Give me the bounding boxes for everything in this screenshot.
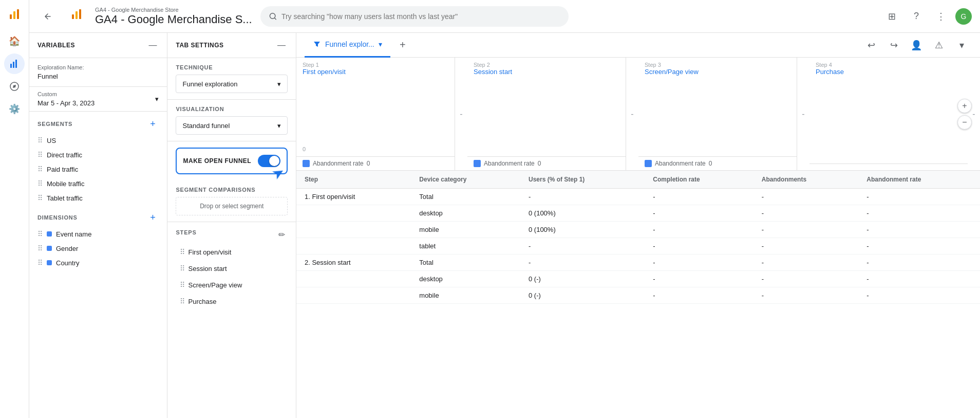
steps-header: STEPS ✏	[176, 228, 288, 241]
search-bar[interactable]	[260, 6, 569, 27]
admin-icon[interactable]: ⚙️	[4, 99, 25, 119]
abandonment-label: Abandonment rate	[655, 160, 706, 167]
explore-icon[interactable]	[4, 76, 25, 97]
visualization-dropdown[interactable]: Standard funnel ▾	[176, 116, 288, 135]
table-row: tablet - - - -	[296, 238, 980, 255]
abandonment-rate-cell: -	[858, 255, 980, 271]
search-icon	[269, 12, 277, 21]
step-item[interactable]: ⠿ Session start	[176, 261, 288, 276]
abandonments-cell: -	[753, 222, 859, 238]
add-segment-button[interactable]: +	[146, 118, 159, 130]
search-input[interactable]	[281, 12, 560, 21]
list-item[interactable]: ⠿ US	[29, 133, 167, 148]
list-item[interactable]: ⠿ Event name	[29, 227, 167, 241]
table-header-row: Step Device category Users (% of Step 1)…	[296, 171, 980, 189]
abandonments-cell: -	[753, 238, 859, 255]
abandonments-cell: -	[753, 255, 859, 271]
step-value: 0	[296, 144, 455, 156]
device-cell: tablet	[411, 238, 520, 255]
step-item[interactable]: ⠿ Screen/Page view	[176, 278, 288, 292]
users-cell: 0 (100%)	[520, 222, 645, 238]
steps-edit-button[interactable]: ✏	[275, 228, 288, 241]
steps-label: STEPS	[176, 229, 196, 235]
step-num-label: Step 4	[816, 62, 962, 68]
step-cell	[296, 287, 411, 304]
add-tab-button[interactable]: +	[394, 37, 411, 53]
help-icon[interactable]: ?	[906, 6, 927, 27]
device-cell: mobile	[411, 287, 520, 304]
list-item[interactable]: ⠿ Mobile traffic	[29, 176, 167, 191]
col-abandonments: Abandonments	[753, 171, 859, 189]
segment-comparisons-section: SEGMENT COMPARISONS Drop or select segme…	[167, 180, 296, 222]
customize-icon[interactable]: ⊞	[881, 6, 902, 27]
step-num-label: Step 1	[303, 62, 448, 68]
device-cell: Total	[419, 193, 433, 201]
date-range-selector[interactable]: Custom Mar 5 - Apr 3, 2023 ▾	[29, 87, 167, 112]
tab-bar: Funnel explor... ▾ + ↩ ↪ 👤 ⚠ ▾	[296, 33, 980, 58]
back-button[interactable]	[37, 6, 58, 27]
drag-handle-icon: ⠿	[180, 264, 185, 272]
fab-container: + −	[957, 99, 972, 130]
abandonment-row	[809, 163, 968, 170]
step-name-label: First open/visit	[303, 68, 448, 76]
step-cell	[296, 222, 411, 238]
abandonment-badge	[303, 160, 310, 167]
abandonment-label: Abandonment rate	[313, 160, 364, 167]
users-cell: 0 (100%)	[520, 205, 645, 222]
svg-rect-5	[15, 60, 17, 68]
technique-dropdown[interactable]: Funnel exploration ▾	[176, 75, 288, 93]
list-item[interactable]: ⠿ Country	[29, 256, 167, 270]
list-item[interactable]: ⠿ Paid traffic	[29, 162, 167, 176]
funnel-step-1-header: Step 1 First open/visit	[296, 58, 455, 80]
svg-rect-1	[13, 11, 15, 19]
avatar[interactable]: G	[955, 8, 972, 25]
undo-button[interactable]: ↩	[861, 35, 881, 56]
add-dimension-button[interactable]: +	[146, 211, 159, 224]
share-button[interactable]: 👤	[906, 35, 927, 56]
table-row: mobile 0 (-) - - -	[296, 287, 980, 304]
more-vert-icon[interactable]: ⋮	[931, 6, 951, 27]
abandonment-value: 0	[367, 160, 370, 167]
col-device: Device category	[411, 171, 520, 189]
segment-drop-zone[interactable]: Drop or select segment	[176, 197, 288, 215]
completion-cell: -	[645, 255, 753, 271]
drag-handle-icon: ⠿	[180, 297, 185, 305]
zoom-out-button[interactable]: −	[957, 115, 972, 130]
make-open-funnel-toggle[interactable]	[258, 155, 280, 167]
abandonment-rate-cell: -	[858, 271, 980, 287]
step-item[interactable]: ⠿ First open/visit	[176, 245, 288, 259]
tab-settings-minimize-button[interactable]: —	[275, 39, 288, 51]
home-icon[interactable]: 🏠	[4, 31, 25, 51]
warning-button[interactable]: ⚠	[929, 35, 949, 56]
svg-rect-2	[17, 9, 19, 19]
tab-settings-column: Tab Settings — TECHNIQUE Funnel explorat…	[167, 33, 296, 418]
redo-button[interactable]: ↪	[883, 35, 904, 56]
date-value: Mar 5 - Apr 3, 2023	[37, 99, 95, 107]
list-item[interactable]: ⠿ Tablet traffic	[29, 191, 167, 205]
segments-list: ⠿ US ⠿ Direct traffic ⠿ Paid traffic ⠿ M…	[29, 133, 167, 205]
segment-label: Direct traffic	[47, 151, 82, 159]
segment-label: US	[47, 137, 56, 144]
date-label: Custom	[37, 91, 95, 97]
abandonment-value: 0	[709, 160, 712, 167]
chevron-down-icon[interactable]: ▾	[379, 40, 382, 48]
users-cell: -	[520, 189, 645, 205]
dimension-label: Event name	[56, 230, 91, 238]
drag-handle-icon: ⠿	[37, 165, 43, 173]
make-open-funnel-section: MAKE OPEN FUNNEL	[176, 148, 288, 174]
chart-icon[interactable]	[4, 53, 25, 74]
dimension-label: Country	[56, 259, 80, 267]
svg-marker-7	[13, 85, 16, 88]
list-item[interactable]: ⠿ Gender	[29, 241, 167, 256]
funnel-bar-area	[467, 80, 626, 156]
zoom-in-button[interactable]: +	[957, 99, 972, 113]
more-options-button[interactable]: ▾	[951, 35, 972, 56]
table-row: 2. Session start Total - - - -	[296, 255, 980, 271]
variables-minimize-button[interactable]: —	[146, 39, 159, 51]
tab-funnel-exploration[interactable]: Funnel explor... ▾	[305, 33, 390, 58]
step-num-label: Step 3	[645, 62, 790, 68]
step-item[interactable]: ⠿ Purchase	[176, 294, 288, 308]
list-item[interactable]: ⠿ Direct traffic	[29, 148, 167, 162]
abandonment-row: Abandonment rate 0	[296, 156, 455, 170]
chevron-down-icon: ▾	[155, 95, 159, 103]
